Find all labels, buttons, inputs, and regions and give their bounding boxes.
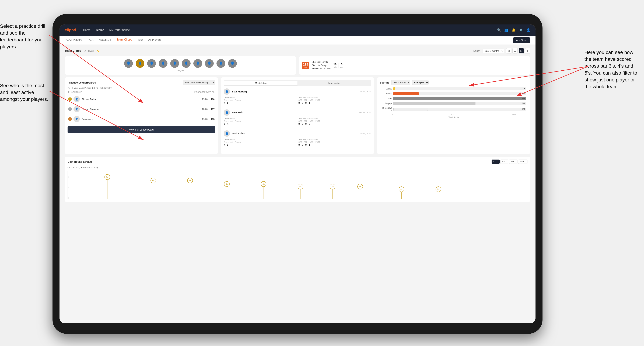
lb-name-3: Cameron... (82, 118, 200, 120)
ipad-frame: clippd Home Teams My Performance 🔍 👥 🔔 ⚙… (52, 14, 542, 334)
avatar-7[interactable]: 👤 (194, 59, 202, 68)
team-title: Team Clippd (65, 49, 82, 52)
streak-chart: 8407x6x6x5x5x4x4x4x3x3x (68, 171, 528, 199)
sort-btn[interactable]: ↕ (525, 48, 530, 53)
top-area: 👤 👤 👤 👤 👤 👤 👤 👤 👤 👤 Players (65, 56, 530, 75)
table-row: 3 👤 Cameron... 17/20 103 (68, 114, 215, 124)
avatar-3[interactable]: 👤 (147, 59, 156, 68)
players-card: 👤 👤 👤 👤 👤 👤 👤 👤 👤 👤 Players (65, 56, 296, 75)
grid-view-btn[interactable]: ⊞ (506, 48, 511, 53)
chart-x-labels: 0 200 400 (380, 113, 528, 116)
list-view-btn[interactable]: ☰ (512, 48, 518, 53)
navbar: clippd Home Teams My Performance 🔍 👥 🔔 ⚙… (60, 24, 536, 36)
streak-filter-arg[interactable]: ARG (509, 160, 518, 164)
avatar-icon[interactable]: 👤 (526, 28, 530, 32)
settings-icon[interactable]: ⚙️ (519, 28, 523, 32)
avatar-4[interactable]: 👤 (159, 59, 168, 68)
lb-score-2: 18/20 (202, 108, 208, 110)
edit-team-icon[interactable]: ✏️ (96, 49, 100, 52)
player-activity-2: 👤 Rees Britt 02 Sep 2023 Total Rounds To… (224, 109, 371, 128)
scoring-header: Scoring Par 3, 4 & 5s All Players (380, 80, 528, 85)
lb-avatar-2: 👤 (74, 106, 80, 112)
tab-tour[interactable]: Tour (138, 38, 143, 42)
avatar-2[interactable]: 👤 (136, 59, 144, 68)
table-row: 2 👤 Edward Crossman 18/20 107 (68, 104, 215, 114)
annotation-left-1: Select a practice drill and see the lead… (0, 23, 49, 50)
pa-avatar-3: 👤 (224, 130, 230, 137)
streak-filter-app[interactable]: APP (500, 160, 508, 164)
leaderboard-card: Practice Leaderboards PUTT Must Make Put… (65, 77, 218, 154)
tab-team-clippd[interactable]: Team Clippd (117, 38, 132, 42)
tab-all-players[interactable]: All Players (148, 38, 162, 42)
show-select[interactable]: Last 3 months (482, 49, 504, 53)
tab-pga[interactable]: PGA (88, 38, 94, 42)
team-header: Team Clippd 14 Players ✏️ Show: Last 3 m… (65, 48, 530, 53)
pa-date-2: 02 Sep 2023 (360, 111, 371, 114)
lb-avg-1: 110 (211, 98, 214, 100)
bubble-9: 3x (436, 186, 441, 199)
nav-my-performance[interactable]: My Performance (110, 28, 130, 32)
search-icon[interactable]: 🔍 (497, 28, 501, 32)
pa-header-2: 👤 Rees Britt 02 Sep 2023 (224, 109, 371, 116)
chart-row-eagles: Eagles3 (382, 87, 526, 90)
lb-avg-2: 107 (211, 108, 214, 110)
streak-title: Best Round Streaks (68, 160, 92, 163)
bell-icon[interactable]: 🔔 (512, 28, 516, 32)
lb-name-2: Edward Crossman (82, 108, 200, 110)
bubble-2: 6x (187, 178, 193, 199)
chart-row-birdies: Birdies96 (382, 92, 526, 95)
nav-teams[interactable]: Teams (96, 28, 104, 32)
view-full-leaderboard-button[interactable]: View Full Leaderboard (68, 126, 215, 133)
avatar-9[interactable]: 👤 (216, 59, 225, 68)
scoring-chart: Eagles3Birdies96Pars499Bogeys311D. Bogey… (380, 87, 528, 112)
scoring-filter-par[interactable]: Par 3, 4 & 5s (391, 80, 410, 85)
people-icon[interactable]: 👥 (504, 28, 508, 32)
add-team-button[interactable]: Add Team (513, 37, 530, 43)
avatar-5[interactable]: 👤 (170, 59, 179, 68)
three-columns: Practice Leaderboards PUTT Must Make Put… (65, 77, 530, 154)
ipad-screen: clippd Home Teams My Performance 🔍 👥 🔔 ⚙… (60, 24, 536, 323)
tab-most-active[interactable]: Most Active (224, 81, 298, 85)
bubble-4: 5x (261, 181, 266, 199)
nav-home[interactable]: Home (83, 28, 91, 32)
subnav-right: Add Team (513, 37, 530, 43)
shot-badge: 198 SC (302, 62, 310, 69)
pa-rounds-1: Total Rounds Tournament Practice 7 6 (224, 96, 296, 104)
player-activity-1: 👤 Blair McHarg 26 Aug 2023 Total Rounds … (224, 88, 371, 107)
pa-date-1: 26 Aug 2023 (360, 90, 371, 93)
scoring-filter-players[interactable]: All Players (412, 80, 428, 85)
drill-subtitle: PUTT Must Make Putting (3-6 ft), Last 3 … (68, 87, 215, 89)
shot-details: Shot Dist: 16 yds Start Lie: Rough End L… (312, 60, 331, 71)
pa-stats-2: Total Rounds Tournament Practice 8 4 (224, 117, 371, 125)
streak-filter-putt[interactable]: PUTT (518, 160, 528, 164)
streak-filter-ott[interactable]: OTT (492, 160, 500, 164)
tab-pgat-players[interactable]: PGAT Players (65, 38, 82, 42)
bubble-0: 7x (104, 174, 110, 199)
avatar-6[interactable]: 👤 (182, 59, 190, 68)
bubble-8: 3x (399, 186, 404, 199)
main-content: Team Clippd 14 Players ✏️ Show: Last 3 m… (60, 45, 536, 323)
avatar-8[interactable]: 👤 (205, 59, 214, 68)
drill-select[interactable]: PUTT Must Make Putting ... (183, 80, 215, 85)
navbar-icons: 🔍 👥 🔔 ⚙️ 👤 (497, 28, 530, 32)
tab-least-active[interactable]: Least Active (298, 81, 371, 85)
pa-name-1: Blair McHarg (232, 90, 358, 93)
scoring-card: Scoring Par 3, 4 & 5s All Players Eagles… (377, 77, 530, 154)
pa-rounds-2: Total Rounds Tournament Practice 8 4 (224, 117, 296, 125)
pa-avatar-2: 👤 (224, 109, 230, 116)
pa-avatar-1: 👤 (224, 88, 230, 95)
dist-box-1: 16 yds (334, 63, 336, 68)
bubble-7: 4x (357, 184, 363, 199)
brand-logo: clippd (65, 28, 76, 32)
shot-distances: 16 yds 0 yds (334, 63, 343, 68)
pa-practice-2: Total Practice Activities OTT APP ARG PU… (298, 117, 371, 125)
card-view-btn[interactable]: ⊡ (519, 48, 524, 53)
avatar-10[interactable]: 👤 (228, 59, 237, 68)
leaderboard-title: Practice Leaderboards (68, 81, 96, 84)
bubble-3: 5x (224, 181, 230, 199)
streak-filter-tabs: OTT APP ARG PUTT (492, 160, 528, 164)
tab-hcaps[interactable]: Hcaps 1-5 (99, 38, 112, 42)
lb-avatar-3: 👤 (74, 116, 80, 122)
activity-tabs: Most Active Least Active (224, 80, 371, 86)
avatar-1[interactable]: 👤 (124, 59, 133, 68)
